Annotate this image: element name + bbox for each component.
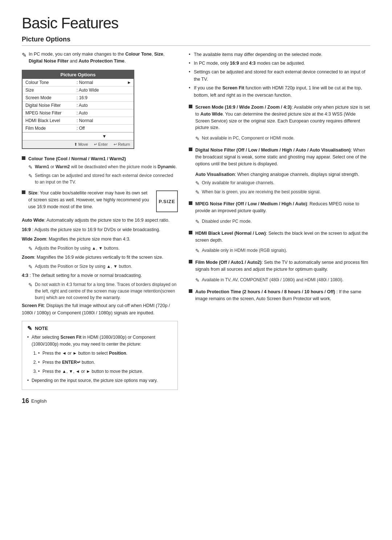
sub-note-text: Settings can be adjusted and stored for …	[35, 172, 178, 185]
size-btn-label: P.SIZE	[159, 198, 175, 205]
note-item: Depending on the input source, the pictu…	[27, 377, 172, 384]
pencil-icon: ✎	[195, 189, 200, 196]
osd-enter: ↵ Enter	[94, 142, 108, 147]
pencil-icon: ✎	[27, 325, 32, 332]
osd-move: ⬆ Move	[74, 142, 88, 147]
169-text: 16:9 : Adjusts the picture size to 16:9 …	[22, 226, 178, 233]
film-mode-label: Film Mode (Off / Auto1 / Auto2): Sets th…	[195, 259, 370, 273]
mpeg-noise-heading: MPEG Noise Filter (Off / Low / Medium / …	[189, 201, 370, 214]
size-btn-wrap: Size: Your cable box/satellite receiver …	[28, 190, 178, 212]
osd-footer: ⬆ Move ↵ Enter ↩ Return	[23, 140, 134, 148]
right-sub: ✎ Only available for analogue channels.	[195, 180, 370, 187]
page-number: 16 English	[22, 397, 178, 405]
note-box: ✎ NOTE After selecting Screen Fit in HDM…	[22, 321, 178, 390]
pencil-icon: ✎	[28, 172, 33, 180]
right-sub: ✎ Available only in HDMI mode (RGB signa…	[195, 247, 370, 255]
hdmi-black-section: HDMI Black Level (Normal / Low): Selects…	[189, 230, 370, 255]
step-item: Press the ▲, ▼, ◄ or ► button to move th…	[38, 368, 172, 375]
sub-note-text: Do not watch in 4:3 format for a long ti…	[35, 281, 178, 301]
size-content: Size: Your cable box/satellite receiver …	[28, 190, 178, 215]
colour-tone-heading: Colour Tone (Cool / Normal / Warm1 / War…	[22, 156, 178, 162]
screen-fit-text: Screen Fit: Displays the full image with…	[22, 302, 178, 317]
pencil-icon: ✎	[28, 164, 33, 171]
osd-label: Size	[23, 86, 75, 94]
osd-arrow	[129, 120, 134, 122]
osd-value: : Auto	[75, 109, 129, 117]
right-sub: ✎ Not available in PC, Component or HDMI…	[195, 135, 370, 142]
osd-label: HDMI Black Level	[23, 117, 75, 124]
osd-title: Picture Options	[23, 70, 134, 79]
digital-noise-heading: Digital Noise Filter (Off / Low / Medium…	[189, 147, 370, 167]
right-sub: ✎ Disabled under PC mode.	[195, 218, 370, 226]
osd-arrow	[129, 97, 134, 99]
pencil-icon: ✎	[195, 180, 200, 187]
osd-label: MPEG Noise Filter	[23, 109, 75, 117]
screen-mode-heading: Screen Mode (16:9 / Wide Zoom / Zoom / 4…	[189, 104, 370, 131]
step-item: Press the ◄ or ► button to select Positi…	[38, 350, 172, 357]
osd-value: : Auto Wide	[75, 86, 129, 94]
sq-bullet	[189, 231, 192, 234]
digital-noise-label: Digital Noise Filter (Off / Low / Medium…	[195, 147, 370, 167]
sq-bullet	[189, 289, 192, 293]
sub-note: ✎ Do not watch in 4:3 format for a long …	[28, 281, 178, 301]
mpeg-noise-section: MPEG Noise Filter (Off / Low / Medium / …	[189, 201, 370, 226]
film-mode-section: Film Mode (Off / Auto1 / Auto2): Sets th…	[189, 259, 370, 284]
osd-row: Screen Mode : 16:9	[23, 94, 134, 102]
film-mode-heading: Film Mode (Off / Auto1 / Auto2): Sets th…	[189, 259, 370, 273]
p-size-button: P.SIZE	[156, 190, 178, 212]
size-text: Size: Your cable box/satellite receiver …	[28, 190, 152, 210]
numbered-list: Press the ◄ or ► button to select Positi…	[32, 350, 172, 375]
osd-value: : Off	[75, 125, 129, 132]
osd-return: ↩ Return	[114, 142, 130, 147]
osd-value: : Normal	[75, 79, 125, 86]
note-item: After selecting Screen Fit in HDMI (1080…	[27, 334, 172, 375]
note-title: ✎ NOTE	[27, 325, 172, 332]
intro-note: ✎ In PC mode, you can only make changes …	[22, 51, 178, 65]
screen-mode-label: Screen Mode (16:9 / Wide Zoom / Zoom / 4…	[195, 104, 370, 131]
sub-note-text: Adjusts the Position or Size by using ▲,…	[35, 263, 132, 270]
osd-label: Film Mode	[23, 125, 75, 132]
auto-protection-heading: Auto Protection Time (2 hours / 4 hours …	[189, 289, 370, 302]
sub-note-text: Disabled under PC mode.	[202, 218, 252, 225]
sub-note-text: Only available for analogue channels.	[202, 180, 274, 186]
right-bullet-item: If you use the Screen Fit function with …	[189, 84, 370, 99]
osd-value: : Auto	[75, 102, 129, 109]
osd-value: : 16:9	[75, 94, 129, 101]
left-column: ✎ In PC mode, you can only make changes …	[22, 51, 178, 405]
osd-label: Colour Tone	[23, 79, 75, 86]
page-num-value: 16	[22, 397, 29, 405]
osd-row: Size : Auto Wide	[23, 86, 134, 94]
osd-box: Picture Options Colour Tone : Normal ► S…	[22, 70, 134, 149]
section-title: Picture Options	[22, 36, 370, 46]
osd-arrow	[129, 89, 134, 91]
pencil-icon: ✎	[195, 277, 200, 284]
sub-note-text: Available in TV, AV, COMPONENT (480i / 1…	[202, 277, 343, 283]
colour-tone-section: Colour Tone (Cool / Normal / Warm1 / War…	[22, 156, 178, 186]
pencil-icon: ✎	[195, 218, 200, 226]
auto-vis-text: Auto Visualisation: When changing analog…	[195, 171, 370, 178]
sub-note: ✎ Settings can be adjusted and stored fo…	[28, 172, 178, 185]
auto-protection-section: Auto Protection Time (2 hours / 4 hours …	[189, 289, 370, 302]
wide-zoom-text: Wide Zoom: Magnifies the picture size mo…	[22, 235, 178, 243]
sub-note-text: Warm1 or Warm2 will be deactivated when …	[35, 164, 177, 170]
osd-label: Screen Mode	[23, 94, 75, 101]
sub-note: ✎ Warm1 or Warm2 will be deactivated whe…	[28, 164, 178, 171]
osd-arrow	[129, 127, 134, 129]
page-title: Basic Features	[22, 15, 370, 32]
sq-bullet	[189, 201, 192, 205]
sub-note-text: Adjusts the Position by using ▲, ▼ butto…	[35, 245, 119, 251]
right-bullet-item: The available items may differ depending…	[189, 51, 370, 58]
right-bullet-item: Settings can be adjusted and stored for …	[189, 68, 370, 83]
right-sub: ✎ Available in TV, AV, COMPONENT (480i /…	[195, 277, 370, 284]
size-section: Size: Your cable box/satellite receiver …	[22, 190, 178, 317]
pencil-icon: ✎	[195, 247, 200, 255]
pencil-icon: ✎	[22, 51, 26, 60]
hdmi-black-heading: HDMI Black Level (Normal / Low): Selects…	[189, 230, 370, 244]
osd-row: Colour Tone : Normal ►	[23, 79, 134, 86]
sq-bullet	[189, 148, 192, 151]
page-language: English	[31, 398, 47, 404]
colour-tone-label: Colour Tone (Cool / Normal / Warm1 / War…	[28, 156, 126, 162]
osd-row: ▼	[23, 132, 134, 140]
auto-wide-text: Auto Wide: Automatically adjusts the pic…	[22, 217, 178, 224]
step-item: Press the ENTER↵ button.	[38, 359, 172, 366]
